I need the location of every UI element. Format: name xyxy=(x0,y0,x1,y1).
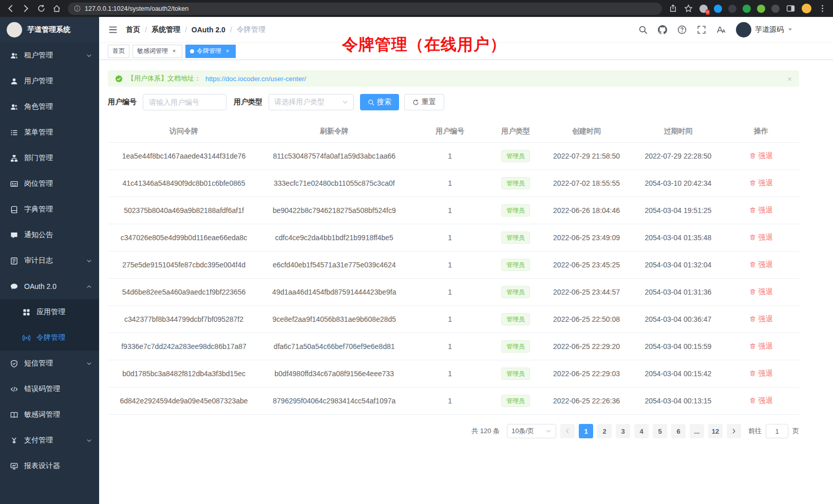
sidebar-item-menu[interactable]: 菜单管理 xyxy=(0,120,99,145)
shield-icon xyxy=(10,360,18,367)
question-icon[interactable] xyxy=(677,25,687,34)
extension-lightgreen-icon[interactable] xyxy=(757,5,765,13)
force-logout-button[interactable]: 强退 xyxy=(749,179,772,188)
force-logout-button[interactable]: 强退 xyxy=(749,315,772,324)
reload-icon[interactable] xyxy=(37,4,46,13)
sidebar-item-dept[interactable]: 部门管理 xyxy=(0,145,99,171)
page-size-select[interactable]: 10条/页 xyxy=(507,424,556,438)
sidebar-item-user[interactable]: 用户管理 xyxy=(0,68,99,94)
sidebar-item-post[interactable]: 岗位管理 xyxy=(0,171,99,197)
page-button-6[interactable]: 6 xyxy=(671,424,686,438)
column-header: 刷新令牌 xyxy=(260,121,408,143)
extension-colorful-icon[interactable]: 0 xyxy=(699,5,708,13)
share-icon[interactable] xyxy=(669,4,677,13)
forward-icon[interactable] xyxy=(22,4,30,13)
sidebar-item-label: 菜单管理 xyxy=(24,128,92,137)
page-button-5[interactable]: 5 xyxy=(653,424,667,438)
sidebar-item-audit-log[interactable]: 审计日志 xyxy=(0,248,99,274)
sidebar-item-label: 敏感词管理 xyxy=(24,410,92,419)
sidebar-item-tenant[interactable]: 租户管理 xyxy=(0,43,99,68)
force-logout-button[interactable]: 强退 xyxy=(749,287,772,297)
close-icon[interactable]: × xyxy=(224,48,231,55)
info-icon[interactable] xyxy=(74,5,81,12)
user-id-cell: 1 xyxy=(408,224,491,251)
table-row: b0d1785bc3a8482f812db4a3f3bd15ecb0df4980… xyxy=(108,360,799,387)
sidebar-item-notice[interactable]: 通知公告 xyxy=(0,222,99,248)
profile-avatar[interactable] xyxy=(802,4,811,13)
force-logout-button[interactable]: 强退 xyxy=(749,369,772,378)
sidebar-item-pay[interactable]: 支付管理 xyxy=(0,428,99,453)
extension-blue-icon[interactable] xyxy=(714,5,722,13)
close-icon[interactable]: × xyxy=(787,74,792,83)
breadcrumb-item[interactable]: OAuth 2.0 xyxy=(192,26,225,34)
kebab-menu-icon[interactable] xyxy=(818,4,827,13)
tab-oauth2-token[interactable]: 令牌管理× xyxy=(185,45,236,58)
page-list: 123456...12 xyxy=(579,424,723,438)
search-button[interactable]: 搜索 xyxy=(360,94,399,110)
trash-icon xyxy=(749,316,756,322)
action-label: 强退 xyxy=(758,233,772,242)
address-bar[interactable]: 127.0.0.1:1024/system/oauth2/token xyxy=(68,3,662,15)
back-icon[interactable] xyxy=(6,4,15,13)
search-icon[interactable] xyxy=(638,25,648,34)
sidebar-menu: 租户管理用户管理角色管理菜单管理部门管理岗位管理字典管理通知公告审计日志OAut… xyxy=(0,43,99,504)
user-type-select[interactable]: 请选择用户类型 xyxy=(269,94,354,110)
tab-sensitive-word[interactable]: 敏感词管理× xyxy=(132,45,182,58)
goto-page-input[interactable] xyxy=(766,424,788,438)
fontsize-icon[interactable] xyxy=(716,25,726,34)
action-cell: 强退 xyxy=(723,306,799,333)
force-logout-button[interactable]: 强退 xyxy=(749,396,772,405)
page-button-4[interactable]: 4 xyxy=(634,424,649,438)
user-type-badge: 管理员 xyxy=(501,340,530,353)
chevron-down-icon xyxy=(86,438,92,443)
force-logout-button[interactable]: 强退 xyxy=(749,206,772,215)
app-logo[interactable]: 芋道管理系统 xyxy=(0,17,99,43)
user-id-input[interactable] xyxy=(143,94,226,110)
sidebar-item-error-code[interactable]: 错误码管理 xyxy=(0,376,99,402)
doc-link[interactable]: https://doc.iocoder.cn/user-center/ xyxy=(205,75,306,83)
force-logout-button[interactable]: 强退 xyxy=(749,260,772,269)
sidebar-item-oauth2-app[interactable]: 应用管理 xyxy=(0,299,99,325)
sidebar-item-oauth2-token[interactable]: 令牌管理 xyxy=(0,325,99,351)
sidebar-item-oauth2[interactable]: OAuth 2.0 xyxy=(0,274,99,299)
sidebar-item-role[interactable]: 角色管理 xyxy=(0,94,99,120)
sidebar-item-sensitive-word[interactable]: 敏感词管理 xyxy=(0,402,99,428)
page-button-12[interactable]: 12 xyxy=(708,424,723,438)
page-ellipsis[interactable]: ... xyxy=(690,424,704,438)
breadcrumb-item[interactable]: 系统管理 xyxy=(152,25,180,34)
prev-page-button[interactable] xyxy=(560,424,575,438)
home-icon[interactable] xyxy=(52,4,61,13)
sidebar-item-sms[interactable]: 短信管理 xyxy=(0,351,99,376)
page-button-1[interactable]: 1 xyxy=(579,424,593,438)
fullscreen-icon[interactable] xyxy=(697,25,706,34)
user-menu[interactable]: 芋道源码 xyxy=(736,22,793,37)
next-page-button[interactable] xyxy=(727,424,741,438)
force-logout-button[interactable]: 强退 xyxy=(749,342,772,351)
github-icon[interactable] xyxy=(658,25,667,34)
star-icon[interactable] xyxy=(684,4,693,13)
force-logout-button[interactable]: 强退 xyxy=(749,151,772,161)
search-icon xyxy=(368,99,374,106)
sidebar-item-dict[interactable]: 字典管理 xyxy=(0,197,99,222)
browser-chrome: 127.0.0.1:1024/system/oauth2/token 0 xyxy=(0,0,833,17)
table-row: 502375b8040a469a9b82188afdf6af1fbe90422b… xyxy=(108,197,799,224)
breadcrumb-item[interactable]: 首页 xyxy=(126,25,140,34)
close-icon[interactable]: × xyxy=(171,48,178,55)
tab-home[interactable]: 首页 xyxy=(108,45,129,58)
page-button-3[interactable]: 3 xyxy=(616,424,630,438)
tab-label: 令牌管理 xyxy=(197,47,221,55)
user-id-cell: 1 xyxy=(408,306,491,333)
hamburger-icon[interactable] xyxy=(108,25,118,34)
sidebar-item-report-designer[interactable]: 报表设计器 xyxy=(0,453,99,479)
extension-gray-icon[interactable] xyxy=(771,5,780,13)
force-logout-button[interactable]: 强退 xyxy=(749,233,772,242)
reset-button[interactable]: 重置 xyxy=(404,94,444,110)
user-id-cell: 1 xyxy=(408,360,491,387)
create-time-cell: 2022-06-25 23:49:09 xyxy=(540,224,633,251)
split-view-icon[interactable] xyxy=(786,4,795,13)
extension-dark-icon[interactable] xyxy=(728,5,736,13)
extension-green-icon[interactable] xyxy=(743,5,751,13)
main-area: 首页/系统管理/OAuth 2.0/令牌管理 芋道源码 首页敏感词管理×令牌管理… xyxy=(99,17,833,504)
page-button-2[interactable]: 2 xyxy=(597,424,612,438)
book-icon xyxy=(10,411,18,419)
